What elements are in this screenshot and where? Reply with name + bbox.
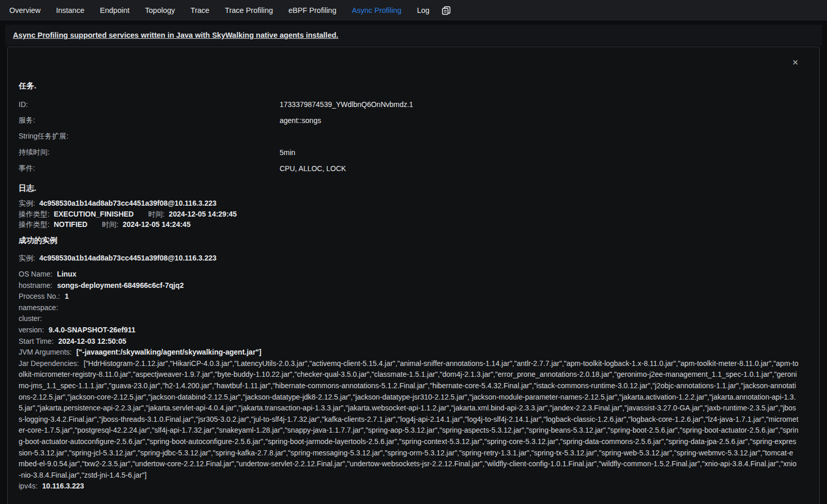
attribute-row: hostname:songs-deployment-684966c6cf-7qj… [19, 280, 799, 292]
attribute-label: Jar Dependencies: [19, 359, 79, 368]
attribute-row: namespace: [19, 302, 799, 314]
task-fields: ID: 1733379874539_YWdlbnQ6OnNvbmdz.1 服务:… [19, 96, 799, 176]
attribute-value: songs-deployment-684966c6cf-7qjq2 [57, 281, 183, 289]
attribute-value: 10.116.3.223 [42, 482, 84, 490]
attribute-label: JVM Arguments: [19, 348, 72, 356]
nav-tabs: Overview Instance Endpoint Topology Trac… [9, 6, 430, 14]
attribute-row: cluster: [19, 313, 799, 325]
operation-type-value: EXECUTION_FINISHED [54, 210, 134, 218]
attribute-row: OS Name:Linux [19, 269, 799, 280]
attribute-label: OS Name: [19, 270, 52, 278]
field-label: String任务扩展: [19, 132, 280, 141]
task-field-row: ID: 1733379874539_YWdlbnQ6OnNvbmdz.1 [19, 96, 799, 112]
task-section-title: 任务. [19, 81, 799, 91]
operation-type-label: 操作类型: [19, 220, 50, 228]
attribute-row: version:9.4.0-SNAPSHOT-26ef911 [19, 325, 799, 336]
attribute-label: ipv4s: [19, 482, 38, 490]
task-detail-panel: ✕ 任务. ID: 1733379874539_YWdlbnQ6OnNvbmdz… [7, 47, 820, 504]
nav-tab[interactable]: Async Profiling [352, 6, 402, 14]
field-value: agent::songs [280, 116, 321, 125]
attribute-label: Start Time: [19, 337, 54, 345]
nav-tab[interactable]: Log [417, 6, 430, 14]
attribute-row: Process No.:1 [19, 291, 799, 302]
log-entry-row: 操作类型:NOTIFIED时间:2024-12-05 14:24:45 [19, 219, 799, 230]
banner: Async Profiling supported services writt… [5, 25, 822, 45]
copy-docs-icon[interactable] [442, 6, 451, 15]
attribute-value: 2024-12-03 12:50:05 [58, 337, 127, 345]
attribute-row: JVM Arguments:["-javaagent:/skywalking/a… [19, 347, 799, 358]
close-icon[interactable]: ✕ [792, 58, 799, 66]
field-label: ID: [19, 100, 280, 109]
instance-attributes: OS Name:Linux hostname:songs-deployment-… [19, 269, 799, 492]
field-label: 服务: [19, 116, 280, 125]
field-value: 1733379874539_YWdlbnQ6OnNvbmdz.1 [280, 100, 413, 109]
top-nav: Overview Instance Endpoint Topology Trac… [0, 0, 827, 21]
attribute-row: ipv4s:10.116.3.223 [19, 481, 799, 492]
time-label: 时间: [148, 210, 165, 218]
operation-type-label: 操作类型: [19, 210, 50, 218]
attribute-label: cluster: [19, 314, 42, 323]
attribute-value: 9.4.0-SNAPSHOT-26ef911 [49, 326, 135, 334]
instance-value: 4c958530a1b14ad8ab73cc4451a39f08@10.116.… [39, 199, 217, 207]
attribute-label: namespace: [19, 303, 58, 312]
field-label: 事件: [19, 164, 280, 173]
instance-label: 实例: [19, 199, 35, 207]
nav-tab[interactable]: Topology [145, 6, 175, 14]
nav-tab[interactable]: Trace [191, 6, 210, 14]
nav-tab[interactable]: Trace Profiling [225, 6, 273, 14]
field-value: CPU, ALLOC, LOCK [280, 164, 346, 173]
attribute-value: ["-javaagent:/skywalking/agent/skywalkin… [76, 348, 262, 356]
attribute-value: Linux [57, 270, 76, 278]
nav-tab[interactable]: Instance [56, 6, 84, 14]
attribute-label: version: [19, 326, 44, 334]
logs-section-title: 日志. [19, 184, 799, 193]
supported-services-link[interactable]: Async Profiling supported services writt… [13, 31, 339, 39]
success-section-title: 成功的实例 [19, 236, 799, 246]
time-label: 时间: [102, 220, 118, 228]
attribute-label: Process No.: [19, 292, 60, 300]
time-value: 2024-12-05 14:29:45 [169, 210, 237, 218]
attribute-value: ["HdrHistogram-2.1.12.jar","HikariCP-4.0… [19, 359, 799, 479]
attribute-label: hostname: [19, 281, 52, 289]
nav-tab[interactable]: Overview [9, 6, 40, 14]
log-entry-row: 操作类型:EXECUTION_FINISHED时间:2024-12-05 14:… [19, 209, 799, 220]
log-entries: 操作类型:EXECUTION_FINISHED时间:2024-12-05 14:… [19, 209, 799, 230]
instance-value: 4c958530a1b14ad8ab73cc4451a39f08@10.116.… [39, 254, 217, 262]
success-instance-row: 实例:4c958530a1b14ad8ab73cc4451a39f08@10.1… [19, 253, 799, 264]
instance-label: 实例: [19, 254, 35, 262]
attribute-row: Start Time:2024-12-03 12:50:05 [19, 336, 799, 347]
task-field-row: 事件: CPU, ALLOC, LOCK [19, 160, 799, 176]
attribute-row: Jar Dependencies:["HdrHistogram-2.1.12.j… [19, 358, 799, 481]
field-value: 5min [280, 148, 295, 157]
task-field-row: 持续时间: 5min [19, 144, 799, 160]
task-field-row: String任务扩展: [19, 128, 799, 144]
task-field-row: 服务: agent::songs [19, 112, 799, 128]
log-instance-row: 实例:4c958530a1b14ad8ab73cc4451a39f08@10.1… [19, 198, 799, 209]
field-label: 持续时间: [19, 148, 280, 157]
nav-tab[interactable]: eBPF Profiling [288, 6, 336, 14]
operation-type-value: NOTIFIED [54, 220, 87, 228]
time-value: 2024-12-05 14:24:45 [122, 220, 191, 228]
attribute-value: 1 [65, 292, 69, 300]
nav-tab[interactable]: Endpoint [100, 6, 129, 14]
